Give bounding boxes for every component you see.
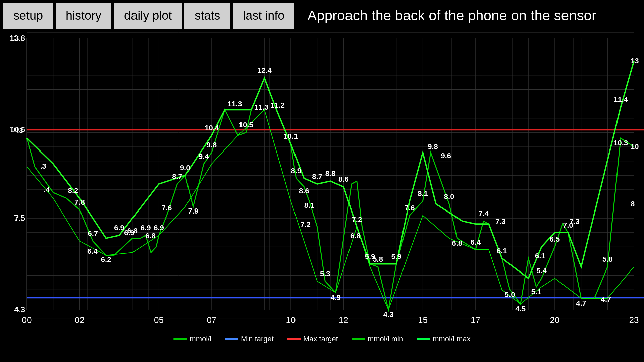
daily-plot-button[interactable]: daily plot xyxy=(114,3,182,29)
legend-mmol-min-label: mmol/l min xyxy=(368,335,403,343)
header: setup history daily plot stats last info… xyxy=(0,0,644,32)
legend-min-target: Min target xyxy=(225,335,274,343)
legend-mmol-max-label: mmol/l max xyxy=(433,335,470,343)
history-button[interactable]: history xyxy=(56,3,111,29)
legend-mmol-label: mmol/l xyxy=(190,335,211,343)
legend-mmol-max: mmol/l max xyxy=(417,335,470,343)
last-info-button[interactable]: last info xyxy=(233,3,294,29)
legend-min-label: Min target xyxy=(241,335,274,343)
stats-button[interactable]: stats xyxy=(184,3,230,29)
legend-mmol: mmol/l xyxy=(173,335,211,343)
chart-area: mmol/l Min target Max target mmol/l min … xyxy=(0,32,644,347)
chart-legend: mmol/l Min target Max target mmol/l min … xyxy=(173,335,470,343)
setup-button[interactable]: setup xyxy=(3,3,53,29)
legend-mmol-min: mmol/l min xyxy=(352,335,403,343)
legend-max-label: Max target xyxy=(303,335,338,343)
legend-max-target: Max target xyxy=(287,335,338,343)
header-message: Approach the back of the phone on the se… xyxy=(307,8,596,24)
